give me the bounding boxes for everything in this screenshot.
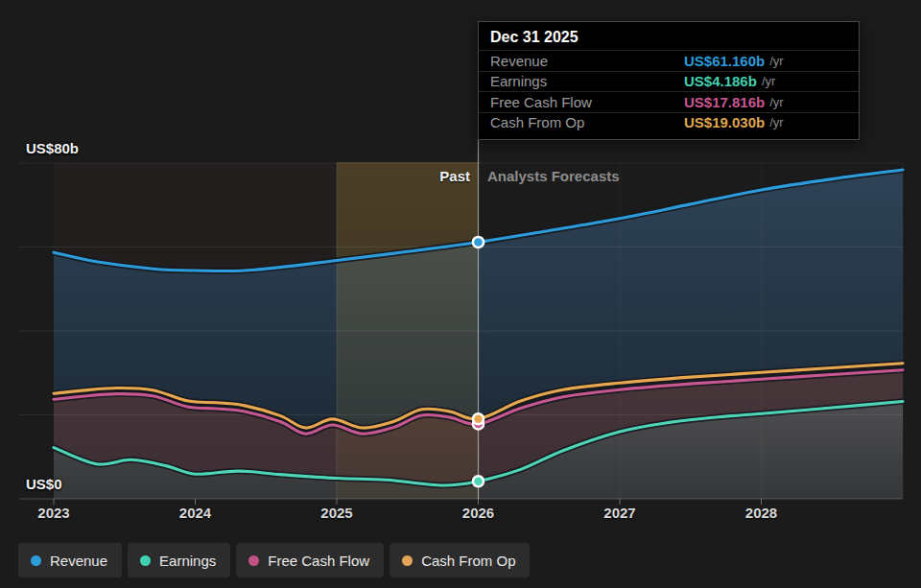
revenue-dot-icon xyxy=(31,555,41,566)
free-cash-flow-dot-icon xyxy=(248,555,259,566)
earnings-dot-icon xyxy=(140,555,151,566)
y-axis-label-80b: US$80b xyxy=(26,140,79,156)
cash-from-op-dot-icon xyxy=(402,555,413,566)
past-label: Past xyxy=(439,168,470,184)
marker-cash-from-op xyxy=(474,414,483,423)
x-axis-label-2023: 2023 xyxy=(37,505,69,521)
tooltip-value: US$61.160b xyxy=(684,53,765,69)
legend-button-revenue[interactable]: Revenue xyxy=(18,543,122,577)
legend-label: Cash From Op xyxy=(421,553,515,569)
tooltip-value: US$17.816b xyxy=(684,94,765,110)
tooltip-row-free-cash-flow: Free Cash Flow US$17.816b /yr xyxy=(479,91,859,112)
tooltip-row-earnings: Earnings US$4.186b /yr xyxy=(479,71,859,92)
tooltip-value: US$4.186b xyxy=(684,73,757,89)
tooltip-unit: /yr xyxy=(769,115,783,129)
legend-button-earnings[interactable]: Earnings xyxy=(128,543,230,577)
x-axis-label-2028: 2028 xyxy=(745,505,777,521)
tooltip-unit: /yr xyxy=(769,95,783,109)
tooltip-date: Dec 31 2025 xyxy=(479,22,859,50)
chart-legend: Revenue Earnings Free Cash Flow Cash Fro… xyxy=(18,543,530,577)
tooltip-label: Earnings xyxy=(490,73,684,89)
y-axis-label-0: US$0 xyxy=(26,476,62,492)
tooltip-value: US$19.030b xyxy=(684,114,765,130)
legend-label: Earnings xyxy=(159,553,216,569)
x-axis-label-2025: 2025 xyxy=(320,505,352,521)
tooltip-unit: /yr xyxy=(769,54,783,68)
marker-revenue xyxy=(474,238,483,247)
tooltip-unit: /yr xyxy=(762,74,775,88)
analysts-forecasts-label: Analysts Forecasts xyxy=(487,168,620,184)
tooltip-label: Free Cash Flow xyxy=(490,94,684,110)
chart-tooltip: Dec 31 2025 Revenue US$61.160b /yr Earni… xyxy=(478,21,860,140)
x-axis-label-2026: 2026 xyxy=(462,505,494,521)
marker-earnings xyxy=(474,477,483,485)
tooltip-label: Revenue xyxy=(490,53,684,69)
tooltip-label: Cash From Op xyxy=(490,114,684,130)
legend-button-free-cash-flow[interactable]: Free Cash Flow xyxy=(236,543,384,577)
legend-button-cash-from-op[interactable]: Cash From Op xyxy=(390,543,530,577)
legend-label: Free Cash Flow xyxy=(268,553,369,569)
legend-label: Revenue xyxy=(50,553,107,569)
tooltip-row-cash-from-op: Cash From Op US$19.030b /yr xyxy=(479,112,859,133)
x-axis-label-2024: 2024 xyxy=(179,505,211,521)
tooltip-row-revenue: Revenue US$61.160b /yr xyxy=(479,50,859,71)
x-axis-label-2027: 2027 xyxy=(603,505,635,521)
